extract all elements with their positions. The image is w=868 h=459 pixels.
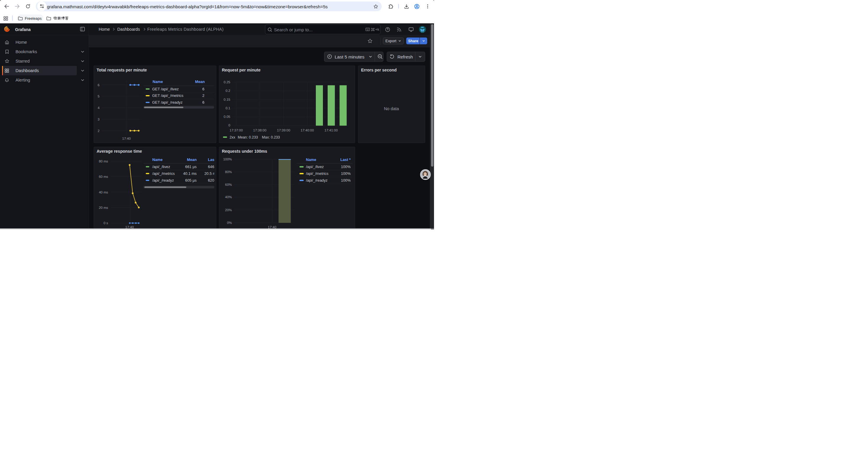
svg-text:Name: Name	[306, 157, 316, 162]
svg-text:2: 2	[202, 93, 204, 98]
svg-text:GET /api/_/metrics: GET /api/_/metrics	[152, 93, 183, 98]
svg-text:No data: No data	[384, 106, 399, 111]
svg-text:0 s: 0 s	[103, 221, 108, 225]
svg-text:100%: 100%	[341, 165, 351, 169]
svg-text:0.25: 0.25	[224, 80, 230, 84]
svg-text:Mean: Mean	[187, 157, 196, 162]
svg-text:60%: 60%	[225, 183, 232, 186]
svg-text:Errors per second: Errors per second	[361, 68, 397, 72]
svg-text:6: 6	[202, 87, 204, 91]
svg-text:20 ms: 20 ms	[99, 206, 108, 209]
svg-text:6: 6	[202, 100, 204, 104]
svg-text:605 µs: 605 µs	[185, 178, 196, 183]
svg-text:17:37:00: 17:37:00	[229, 128, 243, 132]
svg-text:17:40: 17:40	[122, 136, 131, 140]
svg-text:0.15: 0.15	[224, 97, 230, 101]
svg-text:0.2: 0.2	[226, 89, 230, 93]
svg-text:Max: 0.233: Max: 0.233	[262, 135, 280, 139]
svg-text:/api/_/readyz: /api/_/readyz	[306, 178, 328, 183]
svg-text:100%: 100%	[341, 171, 351, 176]
svg-text:/api/_/livez: /api/_/livez	[152, 165, 170, 169]
svg-text:Name: Name	[152, 79, 163, 84]
svg-text:4: 4	[97, 106, 99, 109]
svg-text:661 µs: 661 µs	[185, 165, 196, 169]
svg-text:620: 620	[208, 178, 214, 183]
svg-text:Last *: Last *	[208, 157, 216, 162]
svg-text:17:38:00: 17:38:00	[253, 128, 267, 132]
svg-text:60 ms: 60 ms	[99, 175, 108, 178]
svg-text:Mean: Mean	[195, 79, 205, 84]
svg-text:Total requests per minute: Total requests per minute	[97, 68, 147, 72]
svg-text:100%: 100%	[223, 157, 231, 161]
svg-text:0.05: 0.05	[224, 115, 230, 119]
svg-text:40.1 ms: 40.1 ms	[183, 171, 196, 176]
svg-text:Mean: 0.233: Mean: 0.233	[238, 135, 258, 139]
svg-text:/api/_/readyz: /api/_/readyz	[152, 178, 174, 183]
svg-text:6: 6	[97, 83, 99, 87]
svg-text:/api/_/metrics: /api/_/metrics	[152, 171, 175, 176]
svg-text:0%: 0%	[227, 221, 232, 225]
svg-text:2: 2	[97, 129, 99, 132]
svg-text:3: 3	[97, 117, 99, 121]
svg-text:17:39:00: 17:39:00	[277, 128, 290, 132]
svg-text:80 ms: 80 ms	[99, 160, 108, 163]
svg-text:0: 0	[228, 124, 230, 127]
svg-text:GET /api/_/readyz: GET /api/_/readyz	[152, 100, 182, 104]
svg-text:Average response time: Average response time	[97, 149, 142, 154]
svg-text:40%: 40%	[225, 195, 232, 199]
svg-text:0.1: 0.1	[226, 106, 230, 109]
svg-text:17:40:00: 17:40:00	[301, 128, 314, 132]
svg-text:20%: 20%	[225, 208, 232, 212]
svg-text:80%: 80%	[225, 170, 232, 174]
svg-text:5: 5	[97, 95, 99, 98]
svg-text:646: 646	[208, 165, 214, 169]
svg-text:40 ms: 40 ms	[99, 191, 108, 194]
svg-text:GET /api/_/livez: GET /api/_/livez	[152, 87, 179, 91]
svg-text:100%: 100%	[341, 178, 351, 183]
svg-text:17:41:00: 17:41:00	[324, 128, 338, 132]
svg-text:Last *: Last *	[340, 157, 351, 162]
svg-text:Request per minute: Request per minute	[222, 68, 260, 72]
svg-text:2xx: 2xx	[229, 135, 236, 139]
svg-text:Name: Name	[152, 157, 162, 162]
svg-text:/api/_/metrics: /api/_/metrics	[306, 171, 329, 176]
svg-text:20.5 m: 20.5 m	[204, 171, 216, 176]
svg-text:Requests under 100ms: Requests under 100ms	[222, 149, 267, 154]
svg-text:/api/_/livez: /api/_/livez	[306, 165, 324, 169]
